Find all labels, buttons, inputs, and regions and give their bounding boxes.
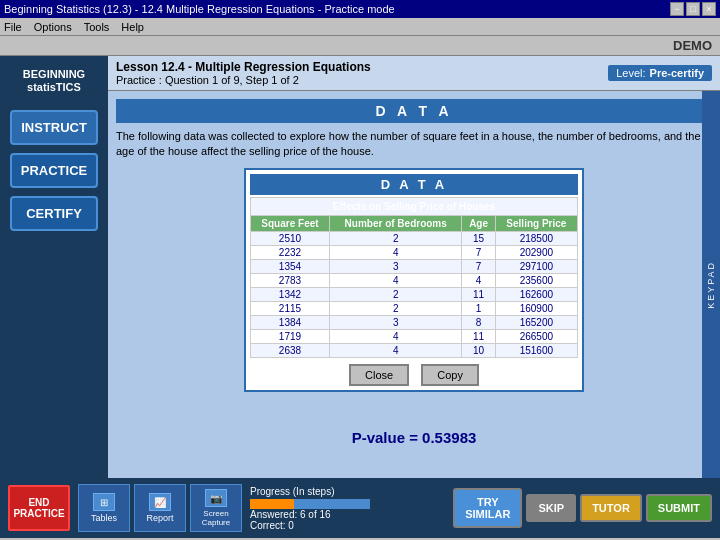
action-buttons: TRY SIMILAR SKIP TUTOR SUBMIT (453, 488, 712, 528)
table-cell: 2510 (251, 231, 330, 245)
data-table: Effects on Selling Price of Houses Squar… (250, 197, 578, 358)
table-cell: 218500 (495, 231, 577, 245)
report-icon: 📈 (149, 493, 171, 511)
table-row: 1342211162600 (251, 287, 578, 301)
data-section-header: D A T A (116, 99, 712, 123)
table-cell: 1384 (251, 315, 330, 329)
maximize-btn[interactable]: □ (686, 2, 700, 16)
sidebar: BEGINNING statisTICS INSTRUCT PRACTICE C… (0, 56, 108, 478)
instruct-button[interactable]: INSTRUCT (10, 110, 98, 145)
tables-button[interactable]: ⊞ Tables (78, 484, 130, 532)
table-cell: 4 (462, 273, 495, 287)
table-row: 211521160900 (251, 301, 578, 315)
screen-capture-label: Screen Capture (191, 509, 241, 527)
menu-options[interactable]: Options (34, 21, 72, 33)
try-label2: SIMILAR (465, 508, 510, 520)
menu-tools[interactable]: Tools (84, 21, 110, 33)
answered-label: Answered: 6 of 16 (250, 509, 445, 520)
bottom-icons: ⊞ Tables 📈 Report 📷 Screen Capture (78, 484, 242, 532)
table-title: Effects on Selling Price of Houses (251, 197, 578, 215)
table-cell: 2115 (251, 301, 330, 315)
table-cell: 4 (329, 273, 462, 287)
table-cell: 11 (462, 287, 495, 301)
table-cell: 297100 (495, 259, 577, 273)
screen-capture-button[interactable]: 📷 Screen Capture (190, 484, 242, 532)
content-area: Lesson 12.4 - Multiple Regression Equati… (108, 56, 720, 478)
table-cell: 7 (462, 245, 495, 259)
logo-line1: BEGINNING (23, 68, 85, 81)
tables-label: Tables (91, 513, 117, 523)
table-cell: 4 (329, 245, 462, 259)
col-bedrooms: Number of Bedrooms (329, 215, 462, 231)
keypad-label: KEYPAD (706, 261, 716, 309)
menu-help[interactable]: Help (121, 21, 144, 33)
practice-button[interactable]: PRACTICE (10, 153, 98, 188)
col-price: Selling Price (495, 215, 577, 231)
table-row: 135437297100 (251, 259, 578, 273)
table-cell: 2638 (251, 343, 330, 357)
content-header: Lesson 12.4 - Multiple Regression Equati… (108, 56, 720, 91)
col-age: Age (462, 215, 495, 231)
correct-label: Correct: 0 (250, 520, 445, 531)
try-similar-button[interactable]: TRY SIMILAR (453, 488, 522, 528)
end-practice-button[interactable]: END PRACTICE (8, 485, 70, 531)
try-label1: TRY (477, 496, 499, 508)
menu-file[interactable]: File (4, 21, 22, 33)
table-cell: 1719 (251, 329, 330, 343)
popup-header: D A T A (250, 174, 578, 195)
table-cell: 2232 (251, 245, 330, 259)
pvalue-display: P-value = 0.53983 (352, 429, 477, 446)
table-cell: 202900 (495, 245, 577, 259)
main-layout: BEGINNING statisTICS INSTRUCT PRACTICE C… (0, 56, 720, 478)
close-button[interactable]: Close (349, 364, 409, 386)
table-cell: 15 (462, 231, 495, 245)
table-row: 138438165200 (251, 315, 578, 329)
progress-label: Progress (In steps) (250, 486, 445, 497)
menu-bar: File Options Tools Help (0, 18, 720, 36)
end-label1: END (28, 497, 49, 508)
end-label2: PRACTICE (13, 508, 64, 519)
table-cell: 3 (329, 315, 462, 329)
col-sqft: Square Feet (251, 215, 330, 231)
progress-bar-container (250, 499, 370, 509)
table-cell: 266500 (495, 329, 577, 343)
table-cell: 11 (462, 329, 495, 343)
table-row: 278344235600 (251, 273, 578, 287)
table-cell: 8 (462, 315, 495, 329)
level-label: Level: (616, 67, 645, 79)
lesson-info: Lesson 12.4 - Multiple Regression Equati… (116, 60, 371, 86)
bottom-bar: END PRACTICE ⊞ Tables 📈 Report 📷 Screen … (0, 478, 720, 538)
certify-button[interactable]: CERTIFY (10, 196, 98, 231)
table-row: 223247202900 (251, 245, 578, 259)
table-cell: 7 (462, 259, 495, 273)
table-cell: 151600 (495, 343, 577, 357)
table-cell: 3 (329, 259, 462, 273)
table-cell: 235600 (495, 273, 577, 287)
lesson-title: Lesson 12.4 - Multiple Regression Equati… (116, 60, 371, 74)
table-cell: 1354 (251, 259, 330, 273)
data-popup-wrapper: D A T A Effects on Selling Price of Hous… (116, 168, 712, 392)
table-cell: 2 (329, 301, 462, 315)
logo-line2: statisTICS (23, 81, 85, 94)
table-row: 2510215218500 (251, 231, 578, 245)
demo-banner: DEMO (0, 36, 720, 56)
report-button[interactable]: 📈 Report (134, 484, 186, 532)
title-text: Beginning Statistics (12.3) - 12.4 Multi… (4, 3, 395, 15)
table-cell: 162600 (495, 287, 577, 301)
practice-label: Practice : Question 1 of 9, Step 1 of 2 (116, 74, 371, 86)
table-cell: 160900 (495, 301, 577, 315)
title-bar: Beginning Statistics (12.3) - 12.4 Multi… (0, 0, 720, 18)
table-cell: 2783 (251, 273, 330, 287)
tutor-button[interactable]: TUTOR (580, 494, 642, 522)
copy-button[interactable]: Copy (421, 364, 479, 386)
submit-button[interactable]: SUBMIT (646, 494, 712, 522)
minimize-btn[interactable]: − (670, 2, 684, 16)
keypad-panel[interactable]: KEYPAD (702, 91, 720, 478)
app-logo: BEGINNING statisTICS (19, 64, 89, 98)
content-body: D A T A The following data was collected… (108, 91, 720, 478)
table-cell: 1 (462, 301, 495, 315)
close-btn[interactable]: × (702, 2, 716, 16)
table-cell: 2 (329, 231, 462, 245)
skip-button[interactable]: SKIP (526, 494, 576, 522)
table-cell: 2 (329, 287, 462, 301)
